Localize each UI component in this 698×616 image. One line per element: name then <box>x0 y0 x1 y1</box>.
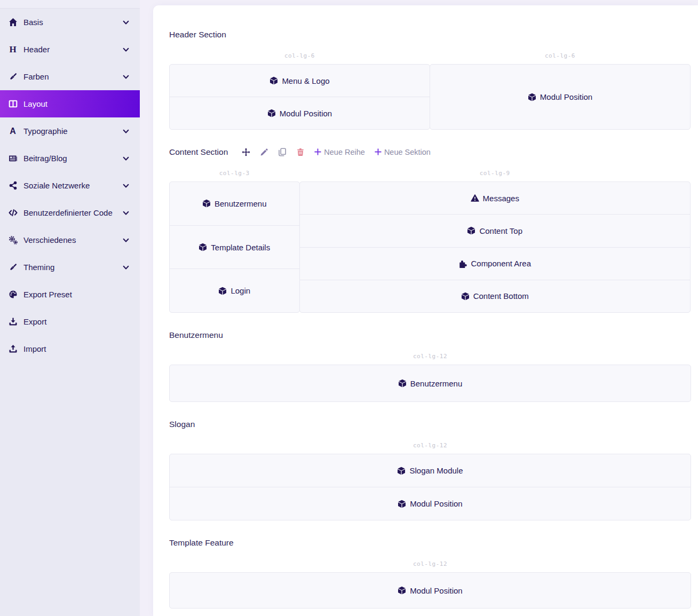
add-section-button[interactable]: Neue Sektion <box>375 148 431 156</box>
column-size-label: col-lg-12 <box>169 560 691 567</box>
sidebar-top-strip <box>0 0 140 9</box>
sidebar-item-typographie[interactable]: ATypographie <box>0 117 140 145</box>
share-icon <box>6 181 19 190</box>
module-content-bottom[interactable]: Content Bottom <box>300 280 691 312</box>
sidebar-item-import[interactable]: Import <box>0 335 140 362</box>
cube-icon <box>269 76 278 85</box>
column-col-lg-9: col-lg-9MessagesContent TopComponent Are… <box>299 170 691 313</box>
chevron-down-icon <box>120 19 132 26</box>
sidebar-item-benutzerdefinierter-code[interactable]: Benutzerdefinierter Code <box>0 199 140 226</box>
column-box: Menu & LogoModul Position <box>169 64 430 130</box>
section-columns: col-lg-3BenutzermenuTemplate DetailsLogi… <box>169 170 691 313</box>
cube-icon <box>267 109 276 117</box>
section-title: Slogan <box>169 420 195 429</box>
cube-icon <box>467 226 475 235</box>
sidebar-item-soziale-netzwerke[interactable]: Soziale Netzwerke <box>0 172 140 199</box>
palette-icon <box>6 290 19 299</box>
sidebar-item-label: Soziale Netzwerke <box>23 181 120 190</box>
module-template-details[interactable]: Template Details <box>170 225 299 269</box>
plus-icon <box>375 148 382 155</box>
sidebar-item-export[interactable]: Export <box>0 308 140 335</box>
layout-builder-panel: Header Sectioncol-lg-6Menu & LogoModul P… <box>153 5 698 616</box>
section-header: Benutzermenu <box>169 330 691 340</box>
sidebar-item-verschiedenes[interactable]: Verschiedenes <box>0 226 140 254</box>
column-box: Modul Position <box>430 64 691 130</box>
module-modul-position[interactable]: Modul Position <box>430 65 690 129</box>
module-login[interactable]: Login <box>170 268 299 312</box>
chevron-down-icon <box>120 236 132 244</box>
cogs-icon <box>6 235 19 244</box>
sidebar-item-layout[interactable]: Layout <box>0 90 140 117</box>
code-icon <box>6 208 19 217</box>
sidebar-item-label: Verschiedenes <box>23 235 120 244</box>
module-modul-position[interactable]: Modul Position <box>170 97 430 129</box>
sidebar-item-export-preset[interactable]: Export Preset <box>0 281 140 308</box>
duplicate-section-button[interactable] <box>278 148 287 156</box>
chevron-down-icon <box>120 155 132 162</box>
sidebar-menu: BasisHHeaderFarbenLayoutATypographieBeit… <box>0 9 140 362</box>
sections: Header Sectioncol-lg-6Menu & LogoModul P… <box>169 29 691 609</box>
module-label: Template Details <box>211 243 270 252</box>
module-content-top[interactable]: Content Top <box>300 214 691 247</box>
sidebar-item-label: Header <box>23 45 120 54</box>
column-box: Modul Position <box>169 572 691 609</box>
module-label: Benutzermenu <box>215 199 267 208</box>
section-columns: col-lg-6Menu & LogoModul Positioncol-lg-… <box>169 52 691 130</box>
sidebar-item-theming[interactable]: Theming <box>0 254 140 281</box>
section-title: Content Section <box>169 147 228 157</box>
section-title: Header Section <box>169 30 226 40</box>
move-section-button[interactable] <box>242 148 250 156</box>
section-header-section: Header Sectioncol-lg-6Menu & LogoModul P… <box>169 29 691 130</box>
sidebar-item-label: Layout <box>23 99 132 108</box>
sidebar-item-label: Benutzerdefinierter Code <box>23 208 120 217</box>
upload-icon <box>6 344 19 353</box>
delete-section-button[interactable] <box>296 148 305 156</box>
download-icon <box>6 317 19 326</box>
column-box: Benutzermenu <box>169 365 691 402</box>
add-row-label: Neue Reihe <box>324 148 365 156</box>
module-label: Slogan Module <box>409 466 463 475</box>
column-size-label: col-lg-12 <box>169 442 691 449</box>
add-row-button[interactable]: Neue Reihe <box>314 148 365 156</box>
sidebar-item-farben[interactable]: Farben <box>0 63 140 90</box>
sidebar-item-header[interactable]: HHeader <box>0 36 140 63</box>
module-label: Component Area <box>471 259 531 268</box>
sidebar-item-basis[interactable]: Basis <box>0 9 140 36</box>
sidebar-item-label: Basis <box>23 18 120 27</box>
section-toolbar: Neue ReiheNeue Sektion <box>242 148 431 156</box>
sidebar-item-label: Import <box>23 344 132 353</box>
module-benutzermenu[interactable]: Benutzermenu <box>170 182 299 225</box>
section-content-section: Content SectionNeue ReiheNeue Sektioncol… <box>169 147 691 313</box>
section-slogan: Slogancol-lg-12Slogan ModuleModul Positi… <box>169 419 691 520</box>
module-benutzermenu[interactable]: Benutzermenu <box>170 365 691 401</box>
module-modul-position[interactable]: Modul Position <box>170 573 691 608</box>
column-size-label: col-lg-6 <box>169 52 430 59</box>
module-label: Modul Position <box>410 499 462 508</box>
puzzle-icon <box>458 259 467 268</box>
paintbrush-icon <box>6 72 19 81</box>
module-label: Modul Position <box>540 92 592 101</box>
cube-icon <box>398 586 406 595</box>
column-col-lg-3: col-lg-3BenutzermenuTemplate DetailsLogi… <box>169 170 300 313</box>
paintbrush-icon <box>6 263 19 272</box>
section-columns: col-lg-12Slogan ModuleModul Position <box>169 442 691 520</box>
module-menu-logo[interactable]: Menu & Logo <box>170 65 430 97</box>
column-col-lg-6: col-lg-6Menu & LogoModul Position <box>169 52 430 130</box>
chevron-down-icon <box>120 209 132 217</box>
sidebar-item-label: Export <box>23 317 132 326</box>
sidebar: BasisHHeaderFarbenLayoutATypographieBeit… <box>0 0 140 616</box>
module-messages[interactable]: Messages <box>300 182 691 214</box>
columns-icon <box>6 99 19 108</box>
module-label: Benutzermenu <box>410 379 463 388</box>
sidebar-item-beitrag-blog[interactable]: Beitrag/Blog <box>0 145 140 172</box>
cube-icon <box>398 379 407 388</box>
edit-section-button[interactable] <box>260 148 268 156</box>
module-modul-position[interactable]: Modul Position <box>170 487 691 520</box>
module-component-area[interactable]: Component Area <box>300 247 691 280</box>
section-header: Header Section <box>169 29 691 40</box>
module-slogan-module[interactable]: Slogan Module <box>170 454 691 487</box>
module-label: Content Bottom <box>473 291 529 301</box>
column-col-lg-12: col-lg-12Benutzermenu <box>169 353 691 402</box>
add-section-label: Neue Sektion <box>384 148 431 156</box>
chevron-down-icon <box>120 182 132 189</box>
